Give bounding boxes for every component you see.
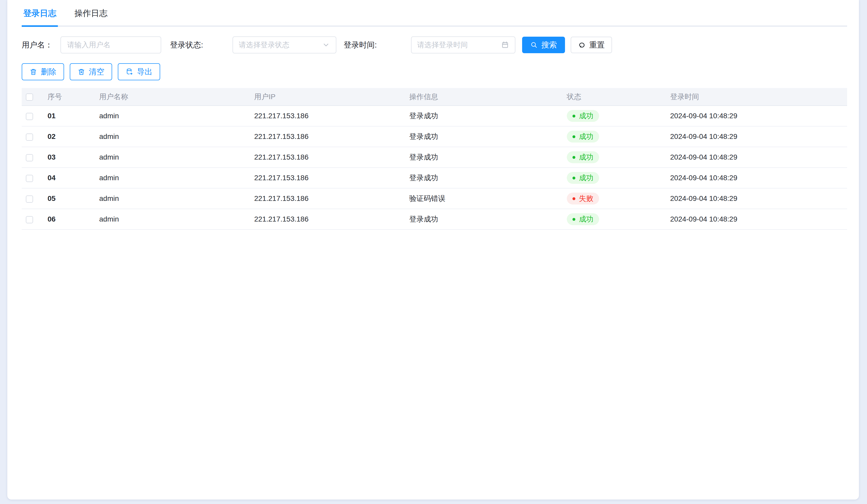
calendar-icon bbox=[501, 41, 509, 49]
row-checkbox[interactable] bbox=[26, 154, 33, 161]
status-dot-icon bbox=[572, 218, 575, 221]
cell-time: 2024-09-04 10:48:29 bbox=[665, 106, 847, 126]
status-badge: 失败 bbox=[567, 193, 599, 205]
cell-ip: 221.217.153.186 bbox=[249, 147, 404, 167]
cell-index: 06 bbox=[42, 209, 94, 230]
login-time-placeholder: 请选择登录时间 bbox=[417, 40, 501, 50]
table-row: 01 admin 221.217.153.186 登录成功 成功 2024-09… bbox=[22, 106, 847, 126]
clear-button[interactable]: 清空 bbox=[70, 63, 112, 80]
col-header-ip: 用户IP bbox=[249, 88, 404, 106]
cell-info: 登录成功 bbox=[404, 126, 561, 147]
username-input[interactable] bbox=[61, 36, 161, 53]
status-dot-icon bbox=[572, 114, 575, 118]
cell-ip: 221.217.153.186 bbox=[249, 167, 404, 188]
col-header-time: 登录时间 bbox=[665, 88, 847, 106]
row-checkbox[interactable] bbox=[26, 175, 33, 182]
database-export-icon bbox=[126, 68, 133, 76]
cell-info: 登录成功 bbox=[404, 147, 561, 167]
username-label: 用户名： bbox=[22, 40, 53, 50]
table-row: 04 admin 221.217.153.186 登录成功 成功 2024-09… bbox=[22, 167, 847, 188]
col-header-status: 状态 bbox=[561, 88, 665, 106]
status-dot-icon bbox=[572, 156, 575, 159]
cell-index: 01 bbox=[42, 106, 94, 126]
cell-info: 登录成功 bbox=[404, 167, 561, 188]
cell-ip: 221.217.153.186 bbox=[249, 188, 404, 209]
table-row: 03 admin 221.217.153.186 登录成功 成功 2024-09… bbox=[22, 147, 847, 167]
table-header-row: 序号 用户名称 用户IP 操作信息 状态 登录时间 bbox=[22, 88, 847, 106]
cell-info: 验证码错误 bbox=[404, 188, 561, 209]
search-icon bbox=[530, 41, 538, 49]
cell-ip: 221.217.153.186 bbox=[249, 209, 404, 230]
cell-index: 02 bbox=[42, 126, 94, 147]
clear-button-label: 清空 bbox=[89, 67, 104, 77]
delete-button-label: 删除 bbox=[41, 67, 56, 77]
row-checkbox[interactable] bbox=[26, 113, 33, 120]
cell-time: 2024-09-04 10:48:29 bbox=[665, 167, 847, 188]
cell-user: admin bbox=[94, 188, 249, 209]
status-dot-icon bbox=[572, 177, 575, 179]
cell-user: admin bbox=[94, 126, 249, 147]
cell-index: 03 bbox=[42, 147, 94, 167]
row-checkbox[interactable] bbox=[26, 133, 33, 141]
status-badge: 成功 bbox=[567, 131, 599, 143]
content-card: 登录日志 操作日志 用户名： 登录状态: 请选择登录状态 登录时间: 请选择登录… bbox=[7, 0, 859, 500]
reset-icon bbox=[578, 41, 586, 49]
toolbar: 删除 清空 导出 bbox=[22, 63, 847, 80]
status-dot-icon bbox=[572, 135, 575, 138]
search-button-label: 搜索 bbox=[542, 40, 557, 50]
filter-row: 用户名： 登录状态: 请选择登录状态 登录时间: 请选择登录时间 搜索 bbox=[22, 36, 847, 53]
row-checkbox[interactable] bbox=[26, 216, 33, 223]
cell-ip: 221.217.153.186 bbox=[249, 106, 404, 126]
cell-user: admin bbox=[94, 167, 249, 188]
select-all-checkbox[interactable] bbox=[26, 94, 33, 101]
cell-index: 04 bbox=[42, 167, 94, 188]
status-dot-icon bbox=[572, 197, 575, 200]
export-button[interactable]: 导出 bbox=[118, 63, 160, 80]
delete-button[interactable]: 删除 bbox=[22, 63, 64, 80]
cell-info: 登录成功 bbox=[404, 209, 561, 230]
status-badge: 成功 bbox=[567, 213, 599, 225]
trash-x-icon bbox=[77, 68, 85, 76]
cell-ip: 221.217.153.186 bbox=[249, 126, 404, 147]
reset-button[interactable]: 重置 bbox=[571, 37, 612, 53]
search-button[interactable]: 搜索 bbox=[522, 37, 565, 53]
status-badge: 成功 bbox=[567, 110, 599, 122]
login-time-label: 登录时间: bbox=[344, 40, 377, 50]
login-status-select[interactable]: 请选择登录状态 bbox=[233, 36, 336, 53]
cell-info: 登录成功 bbox=[404, 106, 561, 126]
tab-operation-log[interactable]: 操作日志 bbox=[73, 7, 109, 25]
cell-time: 2024-09-04 10:48:29 bbox=[665, 188, 847, 209]
col-header-user: 用户名称 bbox=[94, 88, 249, 106]
login-time-picker[interactable]: 请选择登录时间 bbox=[411, 36, 515, 53]
log-table: 序号 用户名称 用户IP 操作信息 状态 登录时间 01 admin 221.2… bbox=[22, 88, 847, 230]
status-badge: 成功 bbox=[567, 172, 599, 184]
col-header-index: 序号 bbox=[42, 88, 94, 106]
table-row: 06 admin 221.217.153.186 登录成功 成功 2024-09… bbox=[22, 209, 847, 230]
reset-button-label: 重置 bbox=[589, 40, 605, 50]
table-row: 02 admin 221.217.153.186 登录成功 成功 2024-09… bbox=[22, 126, 847, 147]
chevron-down-icon bbox=[322, 41, 330, 49]
login-status-label: 登录状态: bbox=[170, 40, 203, 50]
status-badge: 成功 bbox=[567, 151, 599, 163]
cell-index: 05 bbox=[42, 188, 94, 209]
export-button-label: 导出 bbox=[137, 67, 152, 77]
cell-time: 2024-09-04 10:48:29 bbox=[665, 147, 847, 167]
cell-time: 2024-09-04 10:48:29 bbox=[665, 126, 847, 147]
tab-bar: 登录日志 操作日志 bbox=[22, 0, 847, 26]
col-header-info: 操作信息 bbox=[404, 88, 561, 106]
cell-user: admin bbox=[94, 209, 249, 230]
login-status-placeholder: 请选择登录状态 bbox=[239, 40, 322, 50]
trash-icon bbox=[30, 68, 37, 76]
row-checkbox[interactable] bbox=[26, 196, 33, 203]
cell-user: admin bbox=[94, 106, 249, 126]
table-row: 05 admin 221.217.153.186 验证码错误 失败 2024-0… bbox=[22, 188, 847, 209]
tab-login-log[interactable]: 登录日志 bbox=[22, 7, 58, 27]
cell-time: 2024-09-04 10:48:29 bbox=[665, 209, 847, 230]
cell-user: admin bbox=[94, 147, 249, 167]
